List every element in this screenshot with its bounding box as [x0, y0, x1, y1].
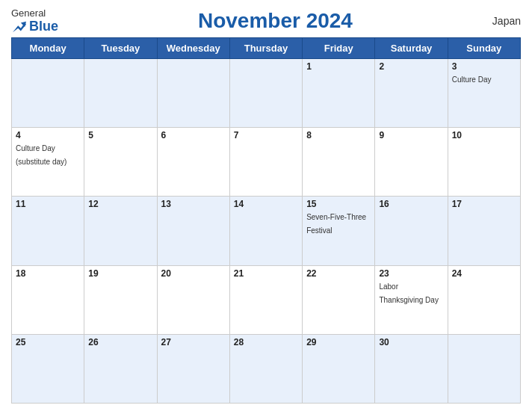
weekday-header-wednesday: Wednesday	[157, 38, 229, 59]
day-number: 27	[161, 337, 226, 347]
calendar-cell: 18	[12, 265, 84, 334]
calendar-cell	[157, 59, 229, 128]
day-number: 13	[161, 199, 226, 209]
calendar-cell	[12, 59, 84, 128]
day-number: 16	[379, 199, 443, 209]
calendar-cell: 20	[157, 265, 229, 334]
calendar-cell: 27	[157, 334, 229, 403]
calendar-cell: 7	[229, 128, 302, 197]
event-label: Seven-Five-Three Festival	[306, 213, 366, 235]
day-number: 9	[379, 130, 443, 140]
calendar-cell	[84, 59, 157, 128]
calendar-cell: 12	[84, 197, 157, 265]
calendar-cell: 24	[448, 265, 520, 334]
day-number: 30	[379, 337, 443, 347]
day-number: 28	[234, 337, 298, 347]
day-number: 23	[379, 268, 443, 279]
day-number: 17	[452, 199, 516, 209]
calendar-cell: 14	[229, 197, 302, 265]
day-number: 10	[452, 130, 516, 140]
event-label: Culture Day (substitute day)	[16, 144, 66, 166]
day-number: 11	[16, 199, 80, 209]
calendar-cell: 11	[12, 197, 84, 265]
calendar-cell: 30	[375, 334, 448, 403]
calendar-cell: 17	[448, 197, 520, 265]
day-number: 7	[234, 130, 298, 140]
weekday-header-saturday: Saturday	[375, 38, 448, 59]
calendar-cell: 21	[229, 265, 302, 334]
calendar-cell: 3Culture Day	[448, 59, 520, 128]
logo-blue-text: Blue	[29, 19, 58, 34]
calendar-table: MondayTuesdayWednesdayThursdayFridaySatu…	[11, 37, 521, 404]
calendar-cell: 16	[375, 197, 448, 265]
logo: General Blue	[11, 7, 58, 34]
logo-general-text: General	[11, 7, 46, 19]
calendar-week-row: 4Culture Day (substitute day)5678910	[12, 128, 521, 197]
calendar-week-row: 123Culture Day	[12, 59, 521, 128]
calendar-cell: 26	[84, 334, 157, 403]
calendar-week-row: 1112131415Seven-Five-Three Festival1617	[12, 197, 521, 265]
day-number: 25	[16, 337, 80, 347]
calendar-cell: 19	[84, 265, 157, 334]
calendar-cell: 6	[157, 128, 229, 197]
calendar-cell: 28	[229, 334, 302, 403]
calendar-cell: 15Seven-Five-Three Festival	[303, 197, 375, 265]
calendar-week-row: 181920212223Labor Thanksgiving Day24	[12, 265, 521, 334]
day-number: 18	[16, 268, 80, 279]
calendar-cell	[448, 334, 520, 403]
weekday-header-row: MondayTuesdayWednesdayThursdayFridaySatu…	[12, 38, 521, 59]
calendar-cell: 10	[448, 128, 520, 197]
weekday-header-friday: Friday	[303, 38, 375, 59]
day-number: 12	[88, 199, 152, 209]
event-label: Culture Day	[452, 75, 492, 84]
day-number: 8	[306, 130, 371, 140]
event-label: Labor Thanksgiving Day	[379, 282, 438, 304]
calendar-cell: 22	[303, 265, 375, 334]
calendar-cell: 4Culture Day (substitute day)	[12, 128, 84, 197]
calendar-cell: 25	[12, 334, 84, 403]
day-number: 14	[234, 199, 298, 209]
day-number: 22	[306, 268, 371, 279]
day-number: 2	[379, 61, 443, 72]
calendar-cell: 29	[303, 334, 375, 403]
calendar-cell: 1	[303, 59, 375, 128]
day-number: 26	[88, 337, 152, 347]
weekday-header-monday: Monday	[12, 38, 84, 59]
day-number: 29	[306, 337, 371, 347]
day-number: 20	[161, 268, 226, 279]
calendar-cell: 13	[157, 197, 229, 265]
day-number: 24	[452, 268, 516, 279]
calendar-cell: 23Labor Thanksgiving Day	[375, 265, 448, 334]
calendar-week-row: 252627282930	[12, 334, 521, 403]
day-number: 21	[234, 268, 298, 279]
calendar-cell	[229, 59, 302, 128]
weekday-header-sunday: Sunday	[448, 38, 520, 59]
calendar-cell: 9	[375, 128, 448, 197]
weekday-header-tuesday: Tuesday	[84, 38, 157, 59]
calendar-cell: 2	[375, 59, 448, 128]
calendar-header: General Blue November 2024 Japan	[11, 7, 521, 34]
calendar-title: November 2024	[198, 9, 353, 33]
weekday-header-thursday: Thursday	[229, 38, 302, 59]
country-label: Japan	[492, 15, 521, 27]
day-number: 4	[16, 130, 80, 140]
day-number: 5	[88, 130, 152, 140]
logo-blue-container: Blue	[11, 19, 58, 34]
day-number: 6	[161, 130, 226, 140]
day-number: 15	[306, 199, 371, 209]
day-number: 3	[452, 61, 516, 72]
logo-bird-icon	[11, 20, 28, 34]
day-number: 1	[306, 61, 371, 72]
calendar-cell: 8	[303, 128, 375, 197]
day-number: 19	[88, 268, 152, 279]
calendar-cell: 5	[84, 128, 157, 197]
